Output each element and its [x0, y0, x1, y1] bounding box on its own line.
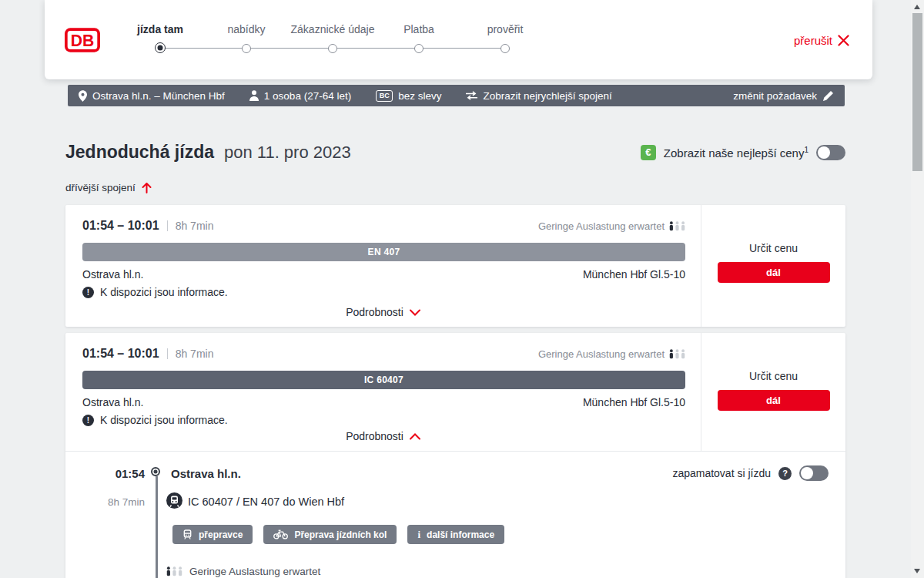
details-toggle-collapsed[interactable]: Podrobnosti: [65, 306, 701, 318]
step-circle-active[interactable]: [155, 42, 166, 53]
train-segment-bar[interactable]: IC 60407: [82, 371, 685, 389]
bicycle-transport-label: Přeprava jízdních kol: [294, 529, 387, 540]
detail-action-buttons: přepravce Přeprava jízdních kol i další …: [172, 525, 504, 544]
travel-date: pon 11. pro 2023: [224, 143, 351, 163]
chevron-up-icon: [410, 433, 420, 440]
details-label: Podrobnosti: [346, 430, 403, 442]
destination-station: München Hbf Gl.5-10: [583, 396, 685, 408]
change-request-label: změnit požadavek: [733, 90, 817, 102]
info-icon: !: [82, 287, 94, 298]
abort-button[interactable]: přerušit: [794, 34, 849, 47]
best-price-footnote: 1: [804, 146, 808, 154]
journey-main: 01:54 – 10:01 8h 7min Geringe Auslastung…: [65, 333, 701, 451]
chevron-down-icon: [410, 309, 420, 316]
journey-info-text: K dispozici jsou informace.: [100, 286, 228, 298]
train-number: IC 60407: [364, 375, 403, 385]
departure-time: 01:54: [65, 467, 145, 480]
trip-passengers: 1 osoba (27-64 let): [249, 90, 351, 102]
step-label: nabídky: [203, 23, 290, 35]
step-zakaznicke-udaje[interactable]: Zákaznické údaje: [290, 23, 376, 56]
transfer-arrows-icon: [466, 91, 477, 100]
journey-info-row: ! K dispozici jsou informace.: [82, 286, 685, 298]
journey-time-range: 01:54 – 10:01: [82, 219, 159, 233]
step-label: prověřit: [462, 23, 548, 35]
divider: [167, 348, 168, 359]
earlier-connections-label: dřívější spojení: [65, 182, 136, 193]
progress-stepper: jízda tam nabídky Zákaznické údaje Platb…: [117, 23, 548, 63]
help-icon[interactable]: ?: [778, 467, 792, 480]
detail-duration: 8h 7min: [65, 496, 145, 508]
train-segment-bar[interactable]: EN 407: [82, 243, 685, 261]
trip-discount-text: bez slevy: [398, 90, 441, 102]
occupancy-indicator: Geringe Auslastung erwartet: [538, 348, 685, 360]
person-icon: [249, 90, 259, 101]
price-label: Určit cenu: [749, 370, 798, 382]
step-nabidky[interactable]: nabídky: [203, 23, 290, 56]
train-number: EN 407: [368, 247, 400, 257]
journey-times-row: 01:54 – 10:01 8h 7min Geringe Auslastung…: [82, 219, 685, 233]
info-icon: !: [82, 415, 94, 426]
occupancy-persons-icon: [669, 349, 685, 359]
journey-main: 01:54 – 10:01 8h 7min Geringe Auslastung…: [65, 205, 701, 327]
details-toggle-expanded[interactable]: Podrobnosti: [65, 430, 701, 442]
journey-price-panel: Určit cenu dál: [701, 205, 845, 327]
trip-route-text: Ostrava hl.n. – München Hbf: [92, 90, 225, 102]
earlier-connections-link[interactable]: dřívější spojení: [65, 182, 152, 193]
best-price-label: Zobrazit naše nejlepší ceny1: [664, 146, 808, 160]
journey-card-2: 01:54 – 10:01 8h 7min Geringe Auslastung…: [65, 333, 845, 578]
step-proverit[interactable]: prověřit: [462, 23, 548, 56]
best-price-toggle-row: € Zobrazit naše nejlepší ceny1: [641, 145, 845, 160]
scrollbar-thumb[interactable]: [912, 13, 922, 171]
fastest-connections-label: Zobrazit nejrychlejší spojení: [483, 90, 611, 102]
train-line-text: IC 60407 / EN 407 do Wien Hbf: [188, 496, 344, 508]
db-logo-text: DB: [71, 32, 95, 49]
carrier-button[interactable]: přepravce: [172, 525, 253, 544]
arrow-up-icon: [142, 182, 152, 193]
step-circle[interactable]: [328, 44, 337, 53]
more-info-button[interactable]: i další informace: [407, 525, 504, 544]
change-request-button[interactable]: změnit požadavek: [733, 90, 834, 102]
occupancy-persons-icon: [669, 221, 685, 231]
step-jizda-tam[interactable]: jízda tam: [117, 23, 203, 56]
trip-discount: BC bez slevy: [376, 90, 441, 102]
continue-button[interactable]: dál: [718, 390, 830, 411]
scrollbar[interactable]: [911, 0, 924, 578]
continue-button[interactable]: dál: [718, 262, 830, 283]
step-label: Zákaznické údaje: [290, 23, 376, 35]
price-label: Určit cenu: [749, 242, 798, 254]
step-label: jízda tam: [117, 23, 203, 35]
step-circle[interactable]: [242, 44, 251, 53]
page-title: Jednoduchá jízda: [65, 142, 214, 163]
occupancy-indicator: Geringe Auslastung erwartet: [538, 220, 685, 232]
timeline-line: [156, 476, 158, 578]
step-platba[interactable]: Platba: [376, 23, 462, 56]
more-info-label: další informace: [427, 529, 494, 540]
bahncard-icon: BC: [376, 90, 393, 102]
remember-journey-toggle[interactable]: [799, 465, 829, 481]
db-logo[interactable]: DB: [65, 28, 100, 55]
best-price-toggle[interactable]: [816, 145, 845, 160]
fastest-connections-link[interactable]: Zobrazit nejrychlejší spojení: [466, 90, 611, 102]
details-label: Podrobnosti: [346, 306, 403, 318]
occupancy-text: Geringe Auslastung erwartet: [538, 348, 665, 360]
journey-duration: 8h 7min: [176, 220, 214, 232]
scrollbar-down-arrow[interactable]: [914, 569, 920, 573]
detail-occupancy-row: Geringe Auslastung erwartet: [166, 566, 320, 577]
departure-station: Ostrava hl.n.: [171, 467, 241, 480]
detail-occupancy-text: Geringe Auslastung erwartet: [189, 566, 320, 577]
journey-duration: 8h 7min: [176, 348, 214, 360]
journey-info-text: K dispozici jsou informace.: [100, 414, 228, 426]
destination-station: München Hbf Gl.5-10: [583, 268, 685, 281]
divider: [167, 220, 168, 231]
journey-time-range: 01:54 – 10:01: [82, 347, 159, 361]
journey-summary: 01:54 – 10:01 8h 7min Geringe Auslastung…: [65, 205, 845, 327]
occupancy-text: Geringe Auslastung erwartet: [538, 220, 665, 232]
step-circle[interactable]: [414, 44, 424, 53]
journey-stations-row: Ostrava hl.n. München Hbf Gl.5-10: [82, 396, 685, 408]
bicycle-transport-button[interactable]: Přeprava jízdních kol: [263, 525, 397, 544]
scrollbar-up-arrow[interactable]: [914, 5, 920, 9]
pencil-icon: [823, 90, 834, 101]
carrier-button-label: přepravce: [199, 529, 243, 540]
step-circle[interactable]: [500, 44, 510, 53]
trip-summary-bar: Ostrava hl.n. – München Hbf 1 osoba (27-…: [68, 85, 845, 106]
